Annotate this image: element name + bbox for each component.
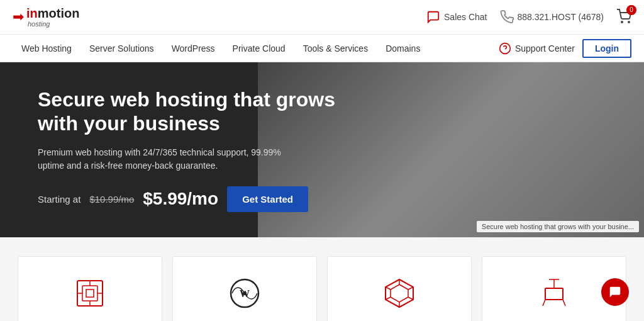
svg-rect-22 [545,288,563,300]
svg-text:W: W [240,288,250,299]
nav-links: Web Hosting Server Solutions WordPress P… [13,35,429,62]
hero-subtitle: Premium web hosting with 24/7/365 techni… [38,146,302,172]
hero-pricing: Starting at $10.99/mo $5.99/mo Get Start… [38,186,365,212]
sales-chat-label: Sales Chat [444,12,487,22]
logo-wing-icon: ➡ [13,9,24,25]
chat-icon [426,10,440,24]
svg-point-0 [621,21,623,23]
support-center-label: Support Center [515,43,575,54]
top-right-actions: Sales Chat 888.321.HOST (4678) 0 [426,9,631,26]
main-nav: Web Hosting Server Solutions WordPress P… [0,35,644,62]
svg-line-18 [408,297,413,300]
logo-sub: hosting [28,20,79,28]
hero-section: Secure web hosting that grows with your … [0,62,644,237]
nav-item-web-hosting[interactable]: Web Hosting [13,35,80,62]
support-icon [499,42,511,55]
svg-point-1 [628,21,630,23]
cart-badge: 0 [626,5,636,15]
phone-area[interactable]: 888.321.HOST (4678) [500,10,604,24]
cart-button[interactable]: 0 [616,9,631,26]
hero-old-price: $10.99/mo [89,194,134,205]
live-chat-bubble[interactable] [601,278,629,306]
svg-marker-15 [391,284,408,302]
phone-label: 888.321.HOST (4678) [518,12,604,22]
nav-item-server-solutions[interactable]: Server Solutions [80,35,163,62]
top-bar: ➡ ininmotionmotion hosting Sales Chat 88… [0,0,644,35]
hero-starting-at: Starting at [38,194,80,205]
logo[interactable]: ➡ ininmotionmotion hosting [13,6,79,28]
logo-brand: ininmotionmotion [26,6,79,20]
hero-cta-button[interactable]: Get Started [227,186,308,212]
dedicated-hosting-icon [535,274,573,312]
svg-line-25 [563,300,565,306]
hero-new-price: $5.99/mo [143,189,218,209]
card-shared-hosting[interactable]: Shared Hosting Cost effective, fast, and… [18,256,162,321]
svg-line-21 [386,287,391,290]
hero-tooltip: Secure web hosting that grows with your … [477,221,639,232]
nav-item-domains[interactable]: Domains [377,35,429,62]
support-center-link[interactable]: Support Center [499,42,575,55]
login-button[interactable]: Login [582,39,631,58]
chat-bubble-icon [608,285,622,299]
hosting-cards-section: Shared Hosting Cost effective, fast, and… [0,237,644,321]
svg-line-20 [386,297,391,300]
svg-rect-5 [82,286,97,301]
phone-icon [500,10,514,24]
shared-hosting-icon [71,274,109,312]
vps-hosting-icon [380,274,418,312]
svg-line-17 [408,287,413,290]
nav-item-wordpress[interactable]: WordPress [163,35,224,62]
hero-title: Secure web hosting that grows with your … [38,87,365,136]
card-vps-hosting[interactable]: VPS Hosting For high traffic sites, larg… [327,256,472,321]
svg-line-24 [543,300,545,306]
logo-text: ininmotionmotion hosting [26,6,79,28]
card-wordpress-hosting[interactable]: W WordPress Hosting Best for WordPress p… [172,256,317,321]
nav-item-private-cloud[interactable]: Private Cloud [224,35,294,62]
hero-content: Secure web hosting that grows with your … [38,87,365,212]
nav-right: Support Center Login [499,39,631,58]
nav-item-tools-services[interactable]: Tools & Services [294,35,377,62]
sales-chat-button[interactable]: Sales Chat [426,10,487,24]
wordpress-hosting-icon: W [226,274,264,312]
svg-rect-6 [86,290,94,297]
